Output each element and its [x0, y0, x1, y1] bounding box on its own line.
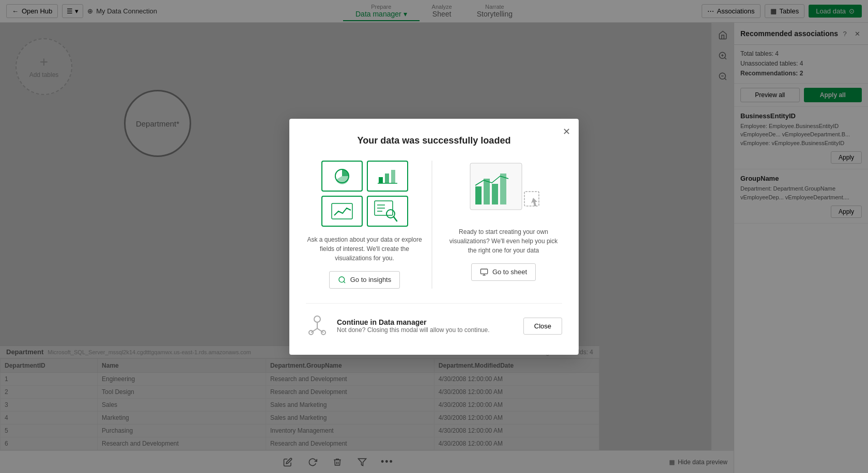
success-modal: ✕ Your data was successfully loaded	[289, 119, 579, 355]
explore-icon-card	[367, 196, 408, 227]
insights-icon	[338, 276, 346, 284]
svg-rect-23	[475, 186, 482, 204]
svg-rect-9	[379, 177, 383, 183]
svg-line-21	[344, 281, 345, 283]
close-modal-button[interactable]: Close	[523, 318, 562, 335]
modal-overlay: ✕ Your data was successfully loaded	[0, 0, 868, 473]
svg-rect-10	[385, 174, 389, 183]
svg-rect-11	[391, 170, 395, 183]
sheet-description: Ready to start creating your own visuali…	[445, 227, 562, 255]
svg-rect-24	[484, 179, 490, 204]
go-insights-label: Go to insights	[350, 276, 392, 283]
svg-rect-13	[332, 203, 352, 219]
footer-title: Continue in Data manager	[337, 318, 515, 326]
bar-chart-icon-card	[367, 161, 408, 192]
svg-point-20	[339, 277, 345, 282]
footer-text: Continue in Data manager Not done? Closi…	[337, 318, 515, 334]
svg-rect-27	[524, 192, 539, 206]
svg-point-32	[314, 316, 320, 322]
go-sheet-label: Go to sheet	[492, 268, 527, 276]
data-manager-icon	[306, 314, 329, 338]
line-chart-icon-card	[321, 196, 363, 227]
go-to-insights-button[interactable]: Go to insights	[329, 271, 400, 289]
svg-rect-29	[481, 269, 487, 274]
svg-marker-28	[531, 198, 537, 206]
svg-line-19	[394, 217, 397, 221]
modal-footer: Continue in Data manager Not done? Closi…	[306, 303, 562, 338]
go-to-sheet-button[interactable]: Go to sheet	[471, 263, 536, 281]
footer-subtitle: Not done? Closing this modal will allow …	[337, 326, 515, 334]
sheet-preview	[465, 161, 542, 219]
modal-insights-section: Ask a question about your data or explor…	[306, 161, 432, 289]
pie-chart-icon-card	[321, 161, 363, 192]
insights-icons	[321, 161, 408, 227]
svg-rect-26	[500, 174, 506, 204]
sheet-icon	[480, 268, 488, 276]
modal-sheet-section: Ready to start creating your own visuali…	[432, 161, 562, 289]
svg-rect-25	[492, 184, 498, 204]
modal-title: Your data was successfully loaded	[306, 135, 562, 146]
insights-description: Ask a question about your data or explor…	[306, 235, 423, 263]
modal-body: Ask a question about your data or explor…	[306, 161, 562, 289]
modal-close-button[interactable]: ✕	[563, 126, 570, 137]
